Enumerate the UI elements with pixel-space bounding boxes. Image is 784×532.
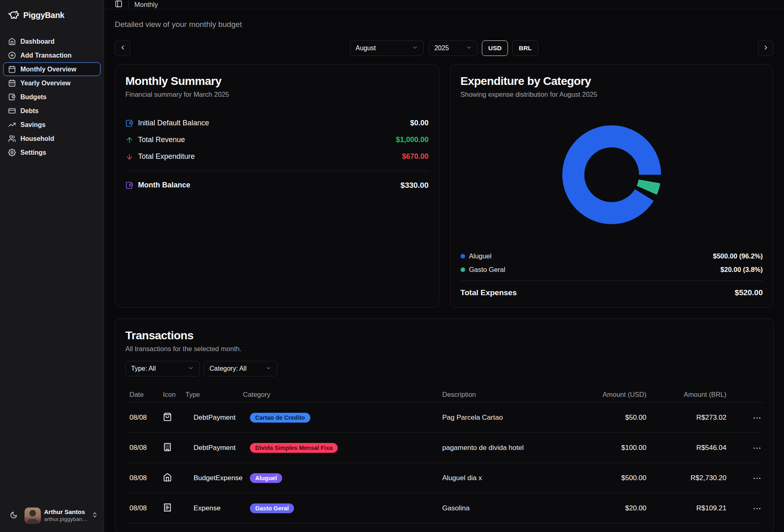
sidebar-item-household[interactable]: Household (3, 132, 100, 145)
month-balance-value: $330.00 (401, 181, 429, 190)
tx-amount-usd: $20.00 (565, 504, 646, 512)
app-name: PiggyBank (23, 11, 65, 20)
year-select-value: 2025 (434, 45, 449, 52)
expenditure-divider (461, 280, 763, 281)
tx-amount-brl: R$109.21 (646, 504, 726, 512)
month-select-value: August (356, 45, 376, 52)
type-filter-value: Type: All (131, 365, 156, 372)
donut-chart-area (461, 98, 763, 251)
transactions-card: Transactions All transactions for the se… (115, 318, 774, 532)
currency-usd-button[interactable]: USD (482, 40, 508, 56)
month-balance-row: Month Balance $330.00 (125, 177, 429, 194)
sidebar-item-debts[interactable]: Debts (3, 104, 100, 118)
avatar[interactable] (24, 508, 41, 524)
tx-description: Gasolina (442, 504, 565, 512)
category-badge: Gasto Geral (250, 503, 294, 513)
sidebar-item-add-transaction[interactable]: Add Transaction (3, 49, 100, 62)
tx-amount-brl: R$2,730.20 (646, 474, 726, 482)
tx-amount-usd: $500.00 (565, 474, 646, 482)
table-row: 08/08DebtPaymentDivida Simples Mensal Fi… (125, 433, 763, 463)
column-header-type: Type (185, 391, 243, 398)
summary-row: Initial Default Balance$0.00 (125, 115, 429, 131)
legend-item: Aluguel$500.00 (96.2%) (461, 251, 763, 261)
chevron-down-icon (412, 45, 418, 52)
summary-row: Total Revenue$1,000.00 (125, 131, 429, 148)
arrow-up-icon (125, 136, 134, 144)
tx-description: pagamento de divida hotel (442, 444, 565, 452)
chevrons-up-down-icon[interactable] (91, 512, 98, 520)
tx-description: Aluguel dia x (442, 474, 565, 482)
column-header-amount-usd-: Amount (USD) (565, 391, 646, 398)
main-area: Monthly Detailed view of your monthly bu… (104, 0, 784, 532)
sidebar-item-budgets[interactable]: Budgets (3, 90, 100, 104)
transactions-subtitle: All transactions for the selected month. (125, 345, 763, 353)
period-controls: August 2025 USD BRL (115, 40, 773, 56)
building-icon (163, 443, 185, 453)
table-row: 08/08BudgetExpenseAluguelAluguel dia x$5… (125, 463, 763, 493)
sidebar-item-yearly-overview[interactable]: Yearly Overview (3, 76, 100, 90)
theme-toggle-button[interactable] (7, 510, 20, 522)
row-actions-button[interactable]: ⋯ (751, 503, 764, 514)
tx-type: Expense (185, 504, 243, 512)
tx-date: 08/08 (125, 414, 163, 422)
sidebar-toggle-button[interactable] (115, 0, 122, 9)
currency-brl-button[interactable]: BRL (512, 40, 538, 56)
summary-title: Monthly Summary (125, 75, 429, 88)
table-header-row: DateIconTypeCategoryDescriptionAmount (U… (125, 387, 763, 403)
chart-legend: Aluguel$500.00 (96.2%)Gasto Geral$20.00 … (461, 251, 763, 275)
expenditure-title: Expenditure by Category (461, 75, 763, 88)
expenditure-card: Expenditure by Category Showing expense … (450, 64, 774, 308)
user-email: arthur.piggybank@... (44, 516, 88, 523)
calendar-days-icon (8, 79, 16, 87)
category-badge: Divida Simples Mensal Fixa (250, 443, 338, 453)
wallet-icon (8, 93, 16, 101)
sidebar-item-savings[interactable]: Savings (3, 118, 100, 131)
user-meta[interactable]: Arthur Santos arthur.piggybank@... (44, 508, 88, 523)
row-actions-button[interactable]: ⋯ (751, 472, 764, 484)
row-actions-button[interactable]: ⋯ (751, 442, 764, 454)
table-body: 08/08DebtPaymentCartao de CreditoPag Par… (125, 403, 763, 523)
app-logo: PiggyBank (3, 6, 100, 24)
house-icon (163, 473, 185, 483)
receipt-icon (163, 503, 185, 514)
type-filter-select[interactable]: Type: All (125, 361, 200, 376)
prev-month-button[interactable] (115, 40, 130, 56)
transactions-title: Transactions (125, 329, 763, 342)
sidebar-item-dashboard[interactable]: Dashboard (3, 35, 100, 48)
home-icon (8, 38, 16, 45)
total-expenses-row: Total Expenses $520.00 (461, 288, 763, 297)
sidebar-nav: DashboardAdd TransactionMonthly Overview… (3, 35, 100, 159)
year-select[interactable]: 2025 (429, 40, 478, 56)
sidebar-item-label: Add Transaction (20, 52, 71, 59)
tx-date: 08/08 (125, 444, 163, 452)
column-header-amount-brl-: Amount (BRL) (646, 391, 726, 398)
donut-hole (584, 147, 639, 202)
month-select[interactable]: August (350, 40, 424, 56)
donut-chart[interactable] (562, 125, 661, 224)
monthly-summary-card: Monthly Summary Financial summary for Ma… (115, 64, 439, 308)
summary-divider (125, 171, 429, 171)
category-filter-select[interactable]: Category: All (204, 361, 277, 376)
breadcrumb: Monthly (134, 1, 158, 9)
row-actions-button[interactable]: ⋯ (751, 412, 764, 423)
summary-row-label: Total Revenue (138, 136, 185, 144)
wallet-icon (125, 181, 134, 189)
legend-value: $20.00 (3.8%) (720, 266, 763, 274)
tx-description: Pag Parcela Cartao (442, 414, 565, 422)
calendar-icon (8, 65, 16, 73)
page-subtitle: Detailed view of your monthly budget (115, 20, 773, 29)
user-name: Arthur Santos (44, 508, 88, 516)
sidebar-item-settings[interactable]: Settings (3, 146, 100, 159)
summary-subtitle: Financial summary for March 2025 (125, 91, 429, 98)
sidebar: PiggyBank DashboardAdd TransactionMonthl… (0, 0, 104, 532)
tx-amount-usd: $50.00 (565, 414, 646, 422)
sidebar-item-label: Debts (20, 107, 38, 115)
sidebar-item-label: Budgets (20, 93, 47, 101)
category-filter-value: Category: All (209, 365, 247, 372)
chevron-down-icon (188, 365, 194, 373)
column-header-date: Date (125, 391, 163, 398)
next-month-button[interactable] (758, 40, 773, 56)
legend-item: Gasto Geral$20.00 (3.8%) (461, 265, 763, 275)
sidebar-item-monthly-overview[interactable]: Monthly Overview (3, 62, 100, 76)
summary-row-value: $670.00 (402, 152, 428, 161)
